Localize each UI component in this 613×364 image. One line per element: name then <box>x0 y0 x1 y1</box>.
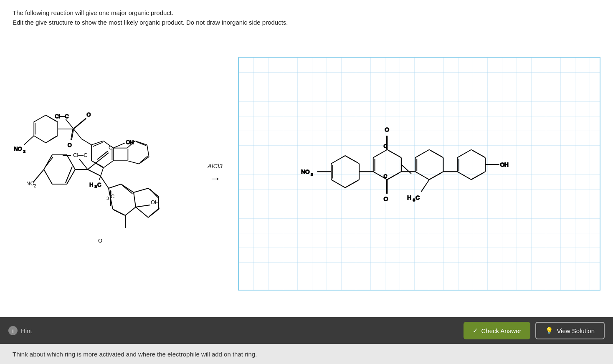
lightbulb-icon: 💡 <box>545 327 553 334</box>
reaction-arrow: → <box>209 173 221 185</box>
svg-text:O: O <box>98 238 102 244</box>
svg-line-60 <box>104 141 114 148</box>
product-drawing-area[interactable]: NO 2 <box>238 57 600 291</box>
svg-text:C: C <box>384 143 387 148</box>
svg-line-92 <box>331 179 345 187</box>
svg-line-76 <box>135 141 147 145</box>
svg-text:OH: OH <box>126 139 134 145</box>
hint-label[interactable]: Hint <box>21 327 32 334</box>
svg-line-95 <box>347 156 358 162</box>
svg-text:C: C <box>415 195 420 201</box>
svg-line-116 <box>401 164 411 173</box>
svg-line-135 <box>457 149 471 157</box>
svg-text:O: O <box>87 112 91 118</box>
svg-line-77 <box>147 145 149 157</box>
toolbar-buttons: ✓ Check Answer 💡 View Solution <box>464 322 605 339</box>
hint-text-area: Think about which ring is more activated… <box>0 344 613 364</box>
svg-line-139 <box>457 172 471 179</box>
svg-line-129 <box>431 172 442 179</box>
svg-line-58 <box>81 139 91 145</box>
svg-line-70 <box>99 168 104 180</box>
svg-line-96 <box>347 180 358 187</box>
svg-text:Cl—C: Cl—C <box>55 114 69 119</box>
svg-line-47 <box>47 136 57 142</box>
svg-marker-44 <box>34 115 58 143</box>
svg-line-78 <box>139 157 149 164</box>
svg-line-68 <box>113 143 125 148</box>
svg-line-55 <box>74 118 86 128</box>
svg-text:C: C <box>97 182 101 188</box>
bottom-toolbar: i Hint ✓ Check Answer 💡 View Solution <box>0 317 613 344</box>
svg-text:O: O <box>384 196 388 202</box>
svg-text:2: 2 <box>23 149 25 154</box>
svg-line-54 <box>73 119 86 129</box>
svg-line-62 <box>104 161 114 168</box>
svg-text:2: 2 <box>311 172 313 176</box>
svg-line-109 <box>388 172 400 179</box>
svg-line-143 <box>472 172 484 179</box>
svg-line-52 <box>66 119 73 129</box>
svg-text:3: 3 <box>413 197 415 202</box>
svg-line-82 <box>140 156 148 163</box>
svg-text:OH: OH <box>500 161 509 167</box>
svg-line-48 <box>24 136 34 145</box>
svg-line-81 <box>136 142 146 146</box>
check-answer-button[interactable]: ✓ Check Answer <box>464 322 531 339</box>
svg-line-128 <box>431 150 442 157</box>
svg-line-130 <box>421 179 429 192</box>
svg-line-57 <box>73 129 81 139</box>
instructions-text: The following reaction will give one maj… <box>13 8 600 27</box>
svg-text:3: 3 <box>95 184 97 189</box>
svg-line-142 <box>472 150 484 157</box>
svg-text:O: O <box>68 142 72 148</box>
reactant-structure: NO 2 Cl—C O OH H 3 C O <box>13 78 192 270</box>
svg-text:H: H <box>407 195 411 201</box>
svg-line-34 <box>149 208 160 216</box>
svg-line-125 <box>415 172 429 179</box>
svg-text:NO: NO <box>301 168 309 174</box>
svg-text:NO: NO <box>14 146 22 152</box>
svg-line-108 <box>388 150 400 157</box>
hint-text: Think about which ring is more activated… <box>13 351 257 358</box>
arrow-reagent-section: AlCl3 → <box>192 162 238 185</box>
info-icon[interactable]: i <box>8 326 18 335</box>
svg-line-101 <box>373 149 388 157</box>
reagent-label: AlCl3 <box>208 162 223 169</box>
svg-text:C: C <box>384 173 387 178</box>
checkmark-icon: ✓ <box>473 327 478 334</box>
svg-text:H: H <box>89 182 93 188</box>
svg-line-79 <box>127 161 139 164</box>
view-solution-button[interactable]: 💡 View Solution <box>535 322 605 339</box>
svg-line-24 <box>114 210 124 215</box>
hint-section[interactable]: i Hint <box>8 326 32 335</box>
svg-line-88 <box>331 155 345 163</box>
svg-text:O: O <box>385 126 389 133</box>
svg-line-121 <box>415 149 429 157</box>
svg-line-67 <box>93 162 103 167</box>
